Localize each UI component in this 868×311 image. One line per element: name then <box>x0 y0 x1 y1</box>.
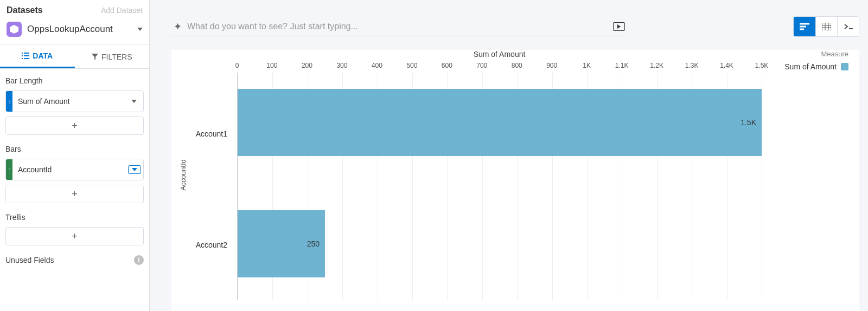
x-tick-label: 500 <box>406 62 417 69</box>
legend-swatch-icon <box>841 63 848 70</box>
x-tick-label: 800 <box>512 62 522 69</box>
x-tick-label: 600 <box>442 62 452 69</box>
bar-row: 1.5K <box>238 89 762 156</box>
add-dataset-button[interactable]: Add Dataset <box>101 6 143 15</box>
dataset-icon <box>7 22 22 37</box>
drag-handle-icon[interactable]: ⋮ <box>6 159 12 180</box>
x-axis-ticks: 01002003004005006007008009001K1.1K1.2K1.… <box>237 62 762 73</box>
tab-filters[interactable]: FILTERS <box>75 45 150 68</box>
play-icon[interactable] <box>613 22 625 31</box>
bar[interactable]: 250 <box>238 210 325 277</box>
info-icon[interactable]: i <box>134 255 144 265</box>
legend-item[interactable]: Sum of Amount <box>767 62 848 71</box>
y-axis-label: AccountId <box>177 159 189 191</box>
x-tick-label: 100 <box>266 62 277 69</box>
search-input[interactable] <box>187 22 608 31</box>
sparkle-icon: ✦ <box>174 21 182 33</box>
chevron-down-icon[interactable] <box>128 165 141 174</box>
x-tick-label: 1K <box>583 62 591 69</box>
section-unused-fields: Unused Fields <box>5 256 54 264</box>
section-trellis: Trellis <box>5 213 144 222</box>
sidebar-tabs: DATA FILTERS <box>0 45 149 69</box>
saql-mode-button[interactable] <box>837 17 859 36</box>
pill-account-id[interactable]: ⋮ AccountId <box>5 159 144 180</box>
tab-filters-label: FILTERS <box>101 53 132 61</box>
legend-item-label: Sum of Amount <box>784 62 837 71</box>
nlq-search[interactable]: ✦ <box>171 17 627 36</box>
x-tick-label: 200 <box>302 62 312 69</box>
x-tick-label: 1.3K <box>685 62 699 69</box>
dataset-name: OppsLookupAccount <box>27 24 132 35</box>
canvas: ✦ AccountId Account1Account2 Sum of Amou… <box>150 0 868 311</box>
x-tick-label: 0 <box>235 62 239 69</box>
chart: AccountId Account1Account2 Sum of Amount… <box>171 50 859 311</box>
section-bar-length: Bar Length <box>5 76 144 85</box>
bar-row: 250 <box>238 210 325 277</box>
chart-mode-button[interactable] <box>794 17 815 36</box>
pill-sum-amount[interactable]: ⋮ Sum of Amount <box>5 90 144 112</box>
add-bar-length-button[interactable]: + <box>5 116 144 135</box>
x-tick-label: 1.5K <box>755 62 769 69</box>
legend: Measure Sum of Amount <box>767 50 848 300</box>
x-tick-label: 1.2K <box>650 62 663 69</box>
tab-data[interactable]: DATA <box>0 45 75 68</box>
x-tick-label: 300 <box>336 62 347 69</box>
sidebar: Datasets Add Dataset OppsLookupAccount D… <box>0 0 150 311</box>
chart-title: Sum of Amount <box>237 50 762 59</box>
y-category-label: Account2 <box>189 211 232 278</box>
add-trellis-button[interactable]: + <box>5 227 144 245</box>
x-tick-label: 900 <box>546 62 557 69</box>
pill-label: Sum of Amount <box>12 97 125 106</box>
pill-label: AccountId <box>12 165 128 174</box>
x-tick-label: 400 <box>372 62 382 69</box>
drag-handle-icon[interactable]: ⋮ <box>6 91 12 112</box>
x-tick-label: 700 <box>476 62 487 69</box>
section-bars: Bars <box>5 145 144 153</box>
chevron-down-icon[interactable] <box>125 100 143 103</box>
bar[interactable]: 1.5K <box>238 89 762 156</box>
dataset-picker[interactable]: OppsLookupAccount <box>0 18 149 45</box>
datasets-title: Datasets <box>7 5 43 15</box>
add-bars-button[interactable]: + <box>5 185 144 203</box>
legend-title: Measure <box>767 50 848 58</box>
svg-rect-0 <box>822 23 831 30</box>
plot-area: 1.5K250 <box>237 73 762 300</box>
x-tick-label: 1.4K <box>720 62 733 69</box>
bar-value-label: 250 <box>307 239 320 248</box>
x-tick-label: 1.1K <box>615 62 629 69</box>
y-category-label: Account1 <box>189 100 232 167</box>
tab-data-label: DATA <box>33 51 53 60</box>
view-mode-group <box>793 16 859 37</box>
bar-value-label: 1.5K <box>741 118 756 127</box>
table-mode-button[interactable] <box>815 17 837 36</box>
chevron-down-icon <box>137 28 143 31</box>
